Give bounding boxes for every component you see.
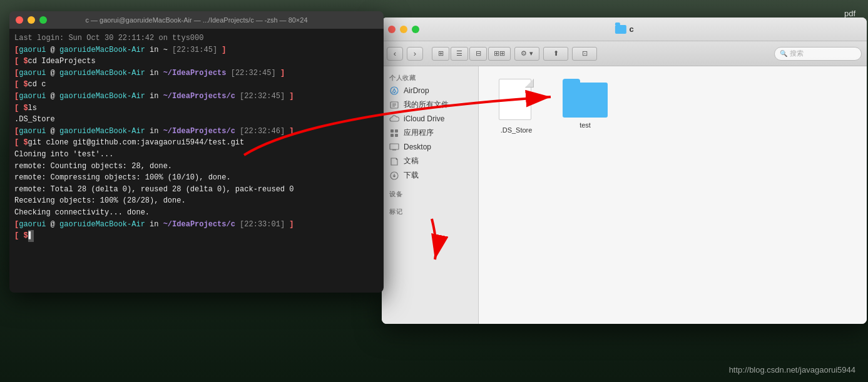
icloud-label: iCloud Drive bbox=[404, 114, 444, 123]
list-view-button[interactable]: ☰ bbox=[451, 47, 468, 61]
column-view-button[interactable]: ⊟ bbox=[469, 47, 487, 61]
terminal-line: [ $ git clone git@github.com:javagaorui5… bbox=[14, 137, 379, 149]
terminal-line: Receiving objects: 100% (28/28), done. bbox=[14, 195, 379, 207]
column2-view-icon: ⊞⊞ bbox=[494, 49, 505, 58]
icon-view-button[interactable]: ⊞ bbox=[432, 47, 449, 61]
sidebar-item-downloads[interactable]: 下载 bbox=[382, 168, 478, 183]
sidebar-item-all-files[interactable]: 我的所有文件 bbox=[382, 98, 478, 112]
svg-rect-8 bbox=[392, 149, 396, 151]
terminal-line: [ gaorui @ gaoruideMacBook-Air in ~ [22:… bbox=[14, 44, 379, 56]
forward-icon: › bbox=[414, 49, 416, 58]
terminal-body[interactable]: Last login: Sun Oct 30 22:11:42 on ttys0… bbox=[9, 29, 384, 293]
terminal-line: .DS_Store bbox=[14, 114, 379, 126]
terminal-line: Last login: Sun Oct 30 22:11:42 on ttys0… bbox=[14, 33, 379, 44]
terminal-line: [ gaorui @ gaoruideMacBook-Air in ~/Idea… bbox=[14, 91, 379, 103]
finder-sidebar: 个人收藏 AirDrop bbox=[382, 66, 479, 324]
finder-title-text: c bbox=[629, 24, 633, 34]
action-button[interactable]: ⚙ ▾ bbox=[514, 47, 539, 61]
ds-store-icon bbox=[499, 79, 534, 123]
arrange-button[interactable]: ⊡ bbox=[572, 47, 597, 61]
search-box[interactable]: 🔍 搜索 bbox=[774, 47, 862, 61]
finder-minimize-button[interactable] bbox=[400, 26, 407, 33]
column-view-icon: ⊟ bbox=[476, 49, 481, 58]
finder-title: c bbox=[615, 24, 633, 34]
finder-titlebar: c bbox=[382, 18, 867, 41]
finder-toolbar: ‹ › ⊞ ☰ ⊟ ⊞⊞ ⚙ ▾ ⬆ ⊡ bbox=[382, 41, 867, 66]
svg-point-1 bbox=[394, 92, 395, 93]
svg-rect-6 bbox=[395, 134, 398, 137]
apps-label: 应用程序 bbox=[404, 128, 434, 138]
favorites-section-label: 个人收藏 bbox=[382, 71, 478, 84]
file-item-test[interactable]: test bbox=[560, 79, 610, 129]
list-view-icon: ☰ bbox=[456, 49, 462, 58]
terminal-title: c — gaorui@gaoruideMacBook-Air — .../Ide… bbox=[85, 16, 307, 24]
terminal-line: [ $ cd c bbox=[14, 79, 379, 91]
terminal-window: c — gaorui@gaoruideMacBook-Air — .../Ide… bbox=[9, 11, 384, 293]
column2-view-button[interactable]: ⊞⊞ bbox=[488, 47, 511, 61]
devices-section-label: 设备 bbox=[382, 188, 478, 200]
finder-main-area: .DS_Store test bbox=[479, 66, 867, 324]
pdf-label: pdf bbox=[844, 9, 855, 18]
downloads-icon bbox=[389, 171, 399, 181]
icon-view-icon: ⊞ bbox=[438, 49, 444, 58]
airdrop-label: AirDrop bbox=[404, 86, 429, 95]
finder-close-button[interactable] bbox=[388, 26, 396, 33]
terminal-line: [ $ ls bbox=[14, 103, 379, 114]
sidebar-item-docs[interactable]: 文稿 bbox=[382, 154, 478, 168]
view-buttons: ⊞ ☰ ⊟ ⊞⊞ bbox=[432, 47, 511, 61]
airdrop-icon bbox=[389, 86, 399, 96]
sidebar-item-apps[interactable]: 应用程序 bbox=[382, 126, 478, 140]
forward-button[interactable]: › bbox=[407, 47, 423, 61]
terminal-line: remote: Total 28 (delta 0), reused 28 (d… bbox=[14, 184, 379, 196]
finder-maximize-button[interactable] bbox=[412, 26, 419, 33]
file-item-ds-store[interactable]: .DS_Store bbox=[491, 79, 541, 134]
svg-rect-5 bbox=[391, 134, 394, 137]
maximize-button[interactable] bbox=[39, 16, 47, 24]
desktop-icon bbox=[389, 142, 399, 152]
terminal-line: [ gaorui @ gaoruideMacBook-Air in ~/Idea… bbox=[14, 219, 379, 231]
search-placeholder: 搜索 bbox=[790, 49, 804, 58]
apps-icon bbox=[389, 128, 399, 138]
test-folder-label: test bbox=[580, 121, 591, 129]
docs-icon bbox=[389, 156, 399, 166]
sidebar-item-desktop[interactable]: Desktop bbox=[382, 140, 478, 154]
docs-label: 文稿 bbox=[404, 156, 419, 166]
search-icon: 🔍 bbox=[780, 50, 787, 57]
all-files-icon bbox=[389, 100, 399, 110]
terminal-line: [ $ ▌ bbox=[14, 230, 379, 242]
minimize-button[interactable] bbox=[28, 16, 35, 24]
icloud-icon bbox=[389, 114, 399, 124]
terminal-line: remote: Counting objects: 28, done. bbox=[14, 161, 379, 173]
sidebar-item-airdrop[interactable]: AirDrop bbox=[382, 84, 478, 98]
finder-title-folder-icon bbox=[615, 25, 626, 34]
finder-content: 个人收藏 AirDrop bbox=[382, 66, 867, 324]
back-icon: ‹ bbox=[394, 49, 396, 58]
desktop-label: Desktop bbox=[404, 143, 431, 151]
watermark: http://blog.csdn.net/javagaorui5944 bbox=[729, 365, 855, 374]
terminal-titlebar: c — gaorui@gaoruideMacBook-Air — .../Ide… bbox=[9, 11, 384, 29]
action-icon: ⚙ ▾ bbox=[521, 49, 533, 58]
downloads-label: 下载 bbox=[404, 170, 419, 181]
ds-store-label: .DS_Store bbox=[501, 126, 533, 134]
svg-rect-3 bbox=[391, 129, 394, 133]
all-files-label: 我的所有文件 bbox=[404, 99, 449, 110]
share-icon: ⬆ bbox=[553, 49, 559, 58]
terminal-line: remote: Compressing objects: 100% (10/10… bbox=[14, 172, 379, 184]
terminal-line: Cloning into 'test'... bbox=[14, 149, 379, 161]
close-button[interactable] bbox=[16, 16, 23, 24]
terminal-line: [ gaorui @ gaoruideMacBook-Air in ~/Idea… bbox=[14, 68, 379, 79]
finder-window: c ‹ › ⊞ ☰ ⊟ ⊞⊞ ⚙ ▾ ⬆ bbox=[382, 18, 867, 324]
svg-rect-7 bbox=[390, 144, 399, 149]
terminal-line: [ $ cd IdeaProjects bbox=[14, 56, 379, 68]
arrange-icon: ⊡ bbox=[582, 49, 588, 58]
sidebar-item-icloud[interactable]: iCloud Drive bbox=[382, 112, 478, 126]
share-button[interactable]: ⬆ bbox=[543, 47, 568, 61]
back-button[interactable]: ‹ bbox=[387, 47, 403, 61]
test-folder-icon bbox=[563, 79, 608, 118]
terminal-line: Checking connectivity... done. bbox=[14, 207, 379, 219]
svg-rect-4 bbox=[395, 129, 398, 133]
terminal-line: [ gaorui @ gaoruideMacBook-Air in ~/Idea… bbox=[14, 126, 379, 138]
tags-section-label: 标记 bbox=[382, 205, 478, 218]
